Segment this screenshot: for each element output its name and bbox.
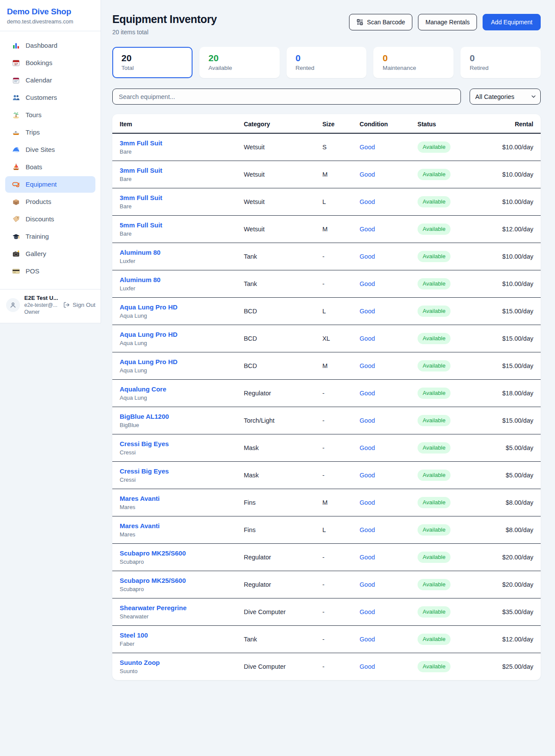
- stat-card-retired[interactable]: 0 Retired: [460, 47, 541, 78]
- condition-link[interactable]: Good: [359, 226, 375, 233]
- item-category: Tank: [244, 247, 322, 266]
- search-input[interactable]: [112, 89, 461, 105]
- sidebar-item-training[interactable]: Training: [5, 228, 95, 245]
- add-equipment-button[interactable]: Add Equipment: [483, 14, 541, 30]
- stat-card-rented[interactable]: 0 Rented: [287, 47, 367, 78]
- table-header-row: Item Category Size Condition Status Rent…: [112, 114, 541, 134]
- item-rental-rate: $8.00/day: [488, 493, 533, 512]
- sidebar-item-dive-sites[interactable]: Dive Sites: [5, 141, 95, 158]
- stat-label: Retired: [470, 65, 532, 71]
- condition-link[interactable]: Good: [359, 144, 375, 151]
- item-name-link[interactable]: Aqua Lung Pro HD: [120, 303, 244, 311]
- item-name-link[interactable]: Aluminum 80: [120, 276, 244, 283]
- item-name-link[interactable]: Cressi Big Eyes: [120, 467, 244, 475]
- sidebar-item-products[interactable]: Products: [5, 194, 95, 210]
- item-name-link[interactable]: Suunto Zoop: [120, 659, 244, 666]
- item-name-link[interactable]: 3mm Full Suit: [120, 194, 244, 201]
- item-name-link[interactable]: BigBlue AL1200: [120, 413, 244, 420]
- item-category: BCD: [244, 329, 322, 348]
- status-badge: Available: [418, 442, 451, 454]
- user-role: Owner: [24, 309, 59, 315]
- status-badge: Available: [418, 415, 451, 426]
- item-name-link[interactable]: 5mm Full Suit: [120, 221, 244, 229]
- item-name-link[interactable]: Cressi Big Eyes: [120, 440, 244, 447]
- item-rental-rate: $12.00/day: [488, 630, 533, 648]
- condition-link[interactable]: Good: [359, 499, 375, 506]
- item-name-link[interactable]: Aqua Lung Pro HD: [120, 358, 244, 365]
- dashboard-icon: [12, 42, 20, 49]
- item-category: Wetsuit: [244, 193, 322, 211]
- sidebar-item-equipment[interactable]: Equipment: [5, 176, 95, 193]
- item-name-link[interactable]: Aluminum 80: [120, 249, 244, 256]
- sidebar-item-pos[interactable]: POS: [5, 263, 95, 279]
- item-size: -: [322, 575, 359, 594]
- condition-link[interactable]: Good: [359, 417, 375, 424]
- item-name-link[interactable]: Mares Avanti: [120, 495, 244, 502]
- condition-link[interactable]: Good: [359, 335, 375, 342]
- items-total-subtitle: 20 items total: [112, 29, 217, 36]
- item-size: L: [322, 521, 359, 539]
- shop-title[interactable]: Demo Dive Shop: [7, 7, 94, 16]
- condition-link[interactable]: Good: [359, 171, 375, 178]
- condition-link[interactable]: Good: [359, 308, 375, 315]
- item-size: -: [322, 247, 359, 266]
- table-row: Steel 100 Faber Tank - Good Available $1…: [112, 626, 541, 653]
- sidebar-item-gallery[interactable]: Gallery: [5, 246, 95, 262]
- item-name-link[interactable]: 3mm Full Suit: [120, 139, 244, 147]
- condition-link[interactable]: Good: [359, 663, 375, 670]
- item-size: S: [322, 138, 359, 156]
- stat-label: Available: [209, 65, 271, 71]
- item-name-link[interactable]: Shearwater Peregrine: [120, 604, 244, 611]
- item-size: L: [322, 302, 359, 320]
- category-select[interactable]: All Categories: [470, 89, 541, 105]
- sidebar-item-bookings[interactable]: 17 Bookings: [5, 55, 95, 71]
- condition-link[interactable]: Good: [359, 472, 375, 479]
- item-name-link[interactable]: Aqua Lung Pro HD: [120, 331, 244, 338]
- table-row: Aqua Lung Pro HD Aqua Lung BCD XL Good A…: [112, 325, 541, 352]
- condition-link[interactable]: Good: [359, 280, 375, 287]
- stat-card-maintenance[interactable]: 0 Maintenance: [373, 47, 454, 78]
- condition-link[interactable]: Good: [359, 198, 375, 205]
- condition-link[interactable]: Good: [359, 444, 375, 451]
- condition-link[interactable]: Good: [359, 526, 375, 533]
- sidebar-item-dashboard[interactable]: Dashboard: [5, 37, 95, 54]
- item-name-link[interactable]: Scubapro MK25/S600: [120, 549, 244, 557]
- item-name-link[interactable]: Steel 100: [120, 631, 244, 639]
- sidebar-item-trips[interactable]: Trips: [5, 124, 95, 141]
- condition-link[interactable]: Good: [359, 390, 375, 397]
- item-category: Tank: [244, 275, 322, 293]
- item-name-link[interactable]: 3mm Full Suit: [120, 167, 244, 174]
- scan-barcode-button[interactable]: Scan Barcode: [349, 14, 412, 30]
- item-category: Wetsuit: [244, 165, 322, 184]
- item-brand: Aqua Lung: [120, 340, 244, 346]
- item-size: -: [322, 603, 359, 621]
- item-name-link[interactable]: Mares Avanti: [120, 522, 244, 529]
- status-badge: Available: [418, 634, 451, 645]
- sidebar-item-customers[interactable]: Customers: [5, 89, 95, 106]
- manage-rentals-button[interactable]: Manage Rentals: [418, 14, 477, 30]
- sidebar-item-calendar[interactable]: Calendar: [5, 72, 95, 89]
- sidebar-item-tours[interactable]: Tours: [5, 107, 95, 123]
- item-category: Fins: [244, 521, 322, 539]
- item-rental-rate: $8.00/day: [488, 521, 533, 539]
- stat-card-total[interactable]: 20 Total: [112, 47, 193, 78]
- item-rental-rate: $15.00/day: [488, 357, 533, 375]
- item-name-link[interactable]: Scubapro MK25/S600: [120, 577, 244, 584]
- item-brand: Bare: [120, 176, 244, 182]
- table-row: 3mm Full Suit Bare Wetsuit M Good Availa…: [112, 161, 541, 188]
- item-size: -: [322, 657, 359, 676]
- condition-link[interactable]: Good: [359, 253, 375, 260]
- sidebar-item-discounts[interactable]: Discounts: [5, 211, 95, 227]
- sign-out-button[interactable]: Sign Out: [63, 302, 95, 308]
- item-name-link[interactable]: Aqualung Core: [120, 385, 244, 393]
- sidebar-item-boats[interactable]: Boats: [5, 159, 95, 175]
- condition-link[interactable]: Good: [359, 608, 375, 615]
- table-row: Cressi Big Eyes Cressi Mask - Good Avail…: [112, 434, 541, 462]
- page-header-text: Equipment Inventory 20 items total: [112, 13, 217, 36]
- category-select-wrap: All Categories: [470, 89, 541, 105]
- condition-link[interactable]: Good: [359, 554, 375, 561]
- stat-card-available[interactable]: 20 Available: [199, 47, 280, 78]
- condition-link[interactable]: Good: [359, 636, 375, 643]
- condition-link[interactable]: Good: [359, 362, 375, 369]
- condition-link[interactable]: Good: [359, 581, 375, 588]
